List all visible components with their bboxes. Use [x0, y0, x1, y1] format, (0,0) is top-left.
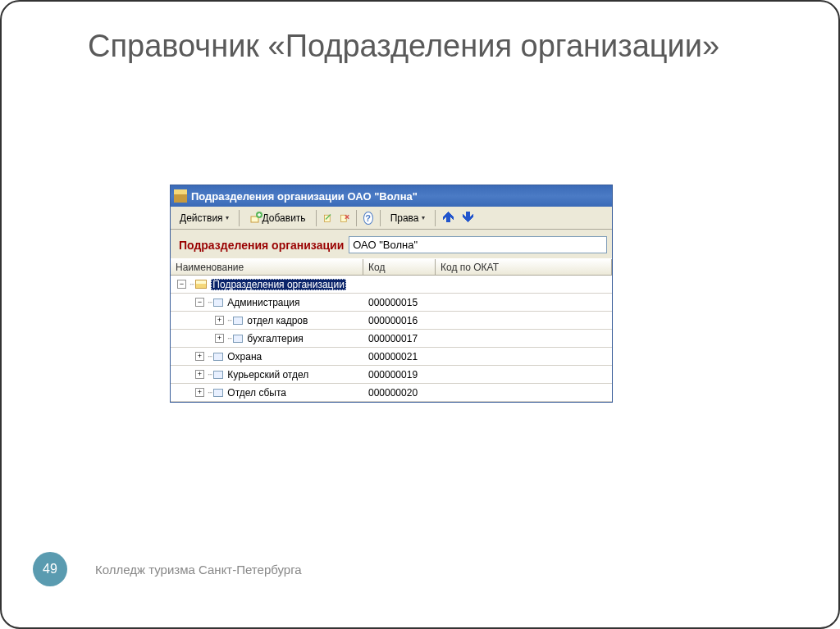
chevron-down-icon: ▾: [226, 214, 229, 221]
tree-row[interactable]: +···Охрана000000021: [171, 348, 612, 366]
tree-expander[interactable]: +: [195, 370, 204, 379]
tree-cell-code: 000000020: [363, 387, 436, 399]
page-number-badge: 49: [33, 552, 67, 586]
tree-expander[interactable]: −: [177, 280, 186, 289]
tree-expander[interactable]: +: [215, 334, 224, 343]
tree-connector: ···: [208, 388, 212, 397]
column-okat[interactable]: Код по ОКАТ: [436, 259, 612, 275]
tree-cell-code: 000000021: [363, 351, 436, 362]
tree-row[interactable]: +···Отдел сбыта000000020: [171, 384, 612, 402]
tree-cell-name: −···Администрация: [171, 294, 363, 311]
tree-row[interactable]: +···отдел кадров000000016: [171, 312, 612, 330]
header-row: Подразделения организации: [171, 230, 612, 258]
tree-view: −···Подразделения организации−···Админис…: [171, 276, 612, 402]
actions-label: Действия: [180, 212, 223, 224]
help-button[interactable]: ?: [361, 211, 376, 226]
table-header: Наименование Код Код по ОКАТ: [171, 258, 612, 276]
move-down-button[interactable]: 🡻: [459, 211, 477, 226]
separator: [316, 210, 317, 226]
tree-connector: ···: [208, 298, 212, 307]
window-title: Подразделения организации ОАО "Волна": [191, 190, 418, 203]
item-icon: [233, 317, 243, 325]
header-label: Подразделения организации: [179, 239, 344, 252]
item-icon: [213, 353, 223, 361]
tree-cell-name: −···Подразделения организации: [171, 276, 363, 293]
item-icon: [233, 335, 243, 343]
tree-indent: −···Подразделения организации: [171, 276, 346, 293]
tree-row[interactable]: +···бухгалтерия000000017: [171, 330, 612, 348]
folder-icon: [195, 280, 207, 289]
edit-button[interactable]: [321, 211, 336, 226]
tree-expander[interactable]: +: [195, 352, 204, 361]
tree-cell-name: +···отдел кадров: [171, 312, 363, 329]
tree-row[interactable]: −···Администрация000000015: [171, 294, 612, 312]
tree-indent: +···Отдел сбыта: [171, 384, 286, 401]
tree-label: отдел кадров: [247, 315, 308, 326]
tree-cell-name: +···Курьерский отдел: [171, 366, 363, 383]
tree-cell-code: 000000016: [363, 315, 436, 326]
delete-icon: [340, 212, 349, 225]
add-label: Добавить: [262, 212, 306, 224]
tree-label: Охрана: [227, 351, 262, 362]
actions-menu[interactable]: Действия ▾: [174, 210, 235, 226]
item-icon: [213, 389, 223, 397]
add-icon: [249, 212, 262, 225]
tree-label: бухгалтерия: [247, 333, 303, 344]
tree-cell-name: +···Отдел сбыта: [171, 384, 363, 401]
tree-label: Курьерский отдел: [227, 369, 308, 381]
separator: [356, 210, 357, 226]
app-icon: [174, 189, 187, 203]
footer-text: Колледж туризма Санкт-Петербурга: [95, 563, 302, 577]
tree-indent: +···бухгалтерия: [171, 330, 304, 347]
window-titlebar[interactable]: Подразделения организации ОАО "Волна": [171, 185, 612, 207]
separator: [239, 210, 240, 226]
organization-input[interactable]: [349, 236, 607, 253]
tree-connector: ···: [227, 334, 231, 343]
delete-button[interactable]: [337, 211, 352, 226]
tree-cell-name: +···Охрана: [171, 348, 363, 365]
separator: [380, 210, 381, 226]
tree-indent: −···Администрация: [171, 294, 300, 311]
item-icon: [213, 371, 223, 379]
toolbar: Действия ▾ Добавить ?: [171, 207, 612, 230]
tree-connector: ···: [208, 352, 212, 361]
separator: [435, 210, 436, 226]
add-button[interactable]: Добавить: [244, 209, 312, 227]
column-code[interactable]: Код: [363, 259, 436, 275]
tree-expander[interactable]: −: [195, 298, 204, 307]
item-icon: [213, 299, 223, 307]
tree-cell-code: 000000019: [363, 369, 436, 381]
tree-cell-code: 000000015: [363, 297, 436, 308]
rights-label: Права: [390, 212, 419, 224]
slide-footer: 49 Колледж туризма Санкт-Петербурга: [33, 552, 302, 586]
rights-menu[interactable]: Права ▾: [385, 210, 431, 226]
column-name[interactable]: Наименование: [171, 259, 363, 275]
tree-connector: ···: [227, 316, 231, 325]
tree-row[interactable]: −···Подразделения организации: [171, 276, 612, 294]
tree-indent: +···отдел кадров: [171, 312, 308, 329]
tree-label: Подразделения организации: [211, 279, 346, 290]
tree-label: Администрация: [227, 297, 299, 308]
tree-indent: +···Охрана: [171, 348, 262, 365]
tree-connector: ···: [208, 370, 212, 379]
tree-connector: ···: [189, 280, 194, 289]
slide-title: Справочник «Подразделения организации»: [2, 2, 838, 66]
tree-row[interactable]: +···Курьерский отдел000000019: [171, 366, 612, 384]
chevron-down-icon: ▾: [422, 214, 425, 221]
help-icon: ?: [363, 212, 373, 225]
tree-cell-name: +···бухгалтерия: [171, 330, 363, 347]
tree-indent: +···Курьерский отдел: [171, 366, 308, 383]
tree-expander[interactable]: +: [215, 316, 224, 325]
edit-icon: [323, 212, 333, 225]
move-up-button[interactable]: 🡹: [440, 211, 458, 226]
tree-label: Отдел сбыта: [227, 387, 286, 399]
app-window: Подразделения организации ОАО "Волна" Де…: [170, 185, 613, 403]
tree-cell-code: 000000017: [363, 333, 436, 344]
tree-expander[interactable]: +: [195, 388, 204, 397]
